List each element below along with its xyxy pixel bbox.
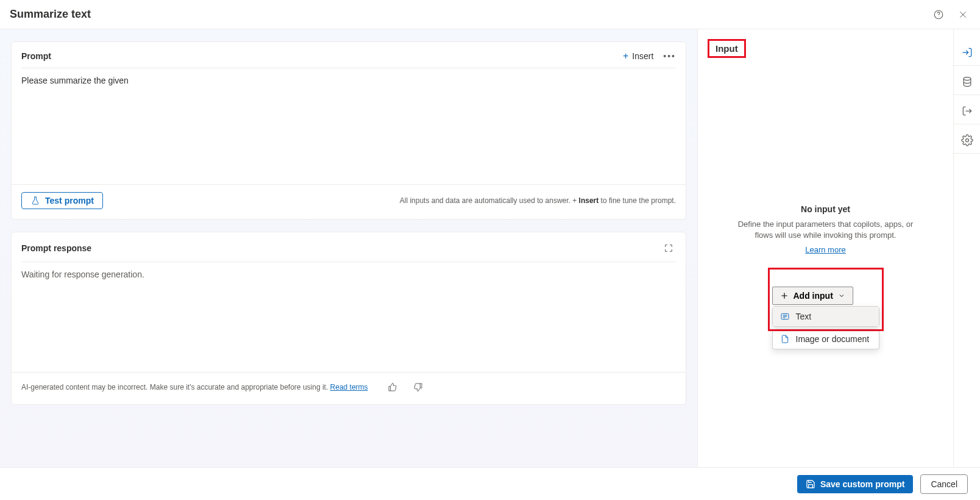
rail-output-button[interactable]	[954, 98, 981, 124]
add-input-dropdown: Text	[772, 306, 879, 327]
save-icon	[806, 479, 815, 489]
test-prompt-label: Test prompt	[45, 196, 94, 205]
prompt-card-title: Prompt	[21, 51, 51, 61]
input-panel: Input No input yet Define the input para…	[697, 29, 953, 467]
rail-data-button[interactable]	[954, 68, 981, 95]
top-bar-actions	[931, 7, 970, 22]
help-icon	[933, 9, 944, 20]
chevron-down-icon	[838, 292, 845, 299]
prompt-header-actions: + Insert •••	[623, 51, 676, 62]
expand-response-button[interactable]	[661, 241, 676, 255]
save-label: Save custom prompt	[820, 479, 904, 489]
thumbs-down-icon	[413, 382, 423, 392]
thumbs-up-button[interactable]	[385, 380, 400, 395]
response-card: Prompt response Waiting for response gen…	[11, 232, 686, 405]
empty-state: No input yet Define the input parameters…	[708, 204, 943, 349]
response-footer: AI-generated content may be incorrect. M…	[12, 372, 686, 404]
gear-icon	[961, 134, 973, 146]
add-input-label: Add input	[794, 291, 833, 301]
feedback-buttons	[385, 380, 425, 395]
response-card-title: Prompt response	[21, 243, 91, 253]
svg-point-3	[964, 77, 971, 80]
rail-settings-button[interactable]	[954, 127, 981, 154]
add-input-area: Add input Text	[772, 287, 879, 327]
save-button[interactable]: Save custom prompt	[797, 475, 913, 493]
read-terms-link[interactable]: Read terms	[330, 383, 368, 391]
response-card-header: Prompt response	[12, 232, 686, 262]
page-title: Summarize text	[10, 8, 91, 21]
left-column: Prompt + Insert ••• Please summarize the…	[0, 29, 697, 467]
thumbs-down-button[interactable]	[411, 380, 425, 395]
insert-button[interactable]: + Insert	[623, 51, 653, 62]
flask-icon	[30, 196, 40, 205]
add-input-button[interactable]: Add input	[772, 287, 853, 305]
empty-state-title: No input yet	[732, 204, 919, 214]
output-icon	[961, 105, 973, 117]
empty-state-description: Define the input parameters that copilot…	[732, 219, 919, 241]
thumbs-up-icon	[388, 382, 397, 392]
help-button[interactable]	[931, 7, 946, 22]
prompt-footer: Test prompt All inputs and data are auto…	[12, 184, 686, 219]
plus-icon	[780, 291, 789, 300]
response-body: Waiting for response generation.	[12, 262, 686, 372]
rail-input-button[interactable]	[954, 39, 981, 66]
input-icon	[961, 46, 973, 59]
dropdown-option-text[interactable]: Text	[773, 307, 879, 326]
add-input-highlight: Add input Text	[768, 268, 884, 331]
side-rail	[953, 29, 980, 467]
database-icon	[961, 76, 973, 88]
main-area: Prompt + Insert ••• Please summarize the…	[0, 29, 980, 467]
learn-more-link[interactable]: Learn more	[805, 245, 845, 254]
text-icon	[780, 312, 790, 321]
svg-point-4	[965, 138, 968, 141]
close-button[interactable]	[956, 7, 970, 22]
prompt-card-header: Prompt + Insert •••	[12, 42, 686, 68]
expand-icon	[664, 243, 673, 253]
close-icon	[958, 10, 968, 20]
input-tab[interactable]: Input	[708, 39, 746, 58]
ai-disclaimer: AI-generated content may be incorrect. M…	[21, 383, 368, 391]
insert-label: Insert	[632, 51, 653, 61]
cancel-button[interactable]: Cancel	[920, 474, 968, 494]
more-options-button[interactable]: •••	[663, 51, 676, 61]
document-icon	[780, 334, 790, 344]
svg-point-1	[939, 16, 939, 17]
bottom-bar: Save custom prompt Cancel	[0, 467, 980, 500]
top-bar: Summarize text	[0, 0, 980, 29]
prompt-hint: All inputs and data are automatically us…	[400, 196, 676, 205]
add-input-dropdown-extra: Image or document	[772, 329, 879, 349]
dropdown-option-image[interactable]: Image or document	[773, 329, 879, 349]
test-prompt-button[interactable]: Test prompt	[21, 192, 103, 209]
prompt-card: Prompt + Insert ••• Please summarize the…	[11, 41, 686, 220]
plus-icon: +	[623, 51, 628, 62]
prompt-editor[interactable]: Please summarize the given	[12, 68, 686, 184]
